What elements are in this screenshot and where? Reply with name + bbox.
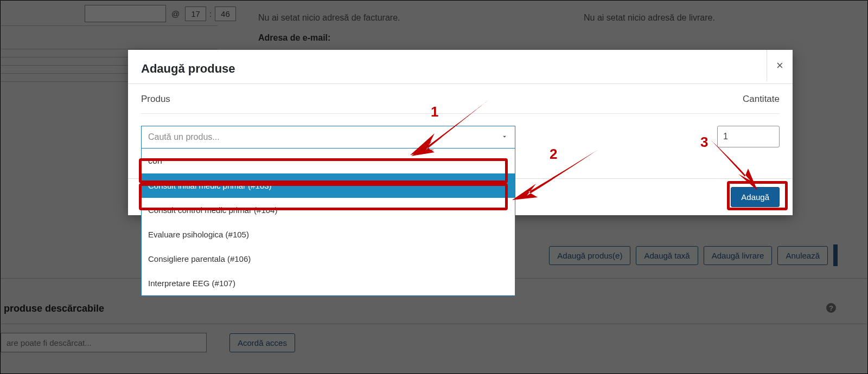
quantity-input[interactable] — [717, 126, 780, 147]
add-button[interactable]: Adaugă — [731, 187, 780, 207]
dropdown-option[interactable]: Consigliere parentala (#106) — [142, 247, 515, 271]
product-dropdown: Consult initial medic primar (#103) Cons… — [141, 149, 515, 296]
dropdown-option-selected[interactable]: Consult initial medic primar (#103) — [142, 173, 515, 198]
modal-header: Adaugă produse × — [128, 50, 793, 84]
dropdown-search-input[interactable] — [147, 149, 509, 173]
modal-close-button[interactable]: × — [767, 50, 793, 81]
dropdown-option[interactable]: Consult control medic primar (#104) — [142, 198, 515, 222]
modal-body: Produs Cantitate Caută un produs... Cons… — [128, 84, 793, 149]
select-placeholder: Caută un produs... — [148, 132, 220, 142]
product-row: Caută un produs... Consult initial medic… — [141, 114, 780, 149]
dropdown-option[interactable]: Evaluare psihologica (#105) — [142, 222, 515, 247]
product-column-label: Produs — [141, 94, 170, 105]
chevron-down-icon — [501, 133, 508, 142]
dropdown-search — [142, 149, 515, 173]
close-icon: × — [776, 59, 783, 73]
quantity-column — [714, 126, 780, 147]
quantity-column-label: Cantitate — [743, 94, 780, 105]
dropdown-option[interactable]: Interpretare EEG (#107) — [142, 271, 515, 295]
product-select-box[interactable]: Caută un produs... — [141, 126, 515, 149]
modal-title: Adaugă produse — [141, 62, 235, 76]
columns-header: Produs Cantitate — [141, 94, 780, 114]
add-products-modal: Adaugă produse × Produs Cantitate Caută … — [128, 50, 793, 215]
product-select[interactable]: Caută un produs... Consult initial medic… — [141, 126, 515, 149]
